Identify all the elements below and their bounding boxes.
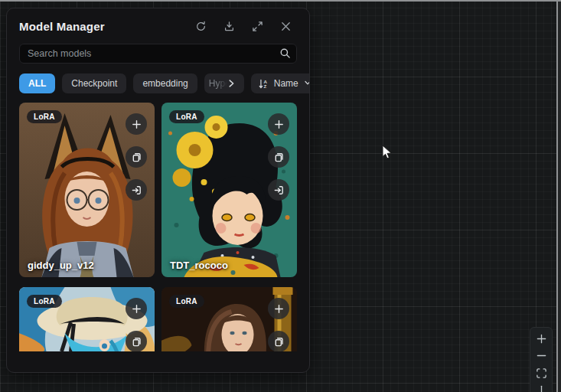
app-window: { "window": { "title": "Model Manager" }… (0, 0, 561, 392)
import-icon (273, 185, 285, 196)
window-border-top (0, 0, 561, 2)
model-card-grid[interactable]: LoRA giddy_up_v12 (19, 103, 297, 351)
partial-icon (536, 384, 547, 392)
zoom-in-button[interactable] (530, 330, 553, 348)
plus-icon (536, 333, 547, 345)
filter-chip-row: ALL Checkpoint embedding Hype A Z Name (19, 74, 297, 93)
model-type-badge: LoRA (169, 295, 204, 308)
card-action-buttons (268, 298, 289, 351)
canvas-zoom-toolbar (530, 327, 553, 392)
fit-view-button[interactable] (530, 364, 553, 382)
import-model-button[interactable] (126, 179, 147, 201)
model-manager-panel: Model Manager ALL Checkpoint embedding (6, 8, 310, 373)
model-card-4[interactable]: LoRA (161, 287, 297, 351)
card-action-buttons (268, 113, 289, 201)
model-type-badge: LoRA (27, 295, 62, 308)
plus-icon (131, 303, 142, 315)
filter-chip-embedding[interactable]: embedding (133, 74, 197, 93)
add-model-button[interactable] (268, 298, 289, 319)
copy-model-button[interactable] (268, 331, 289, 351)
filter-chip-hypernetwork[interactable]: Hype (204, 74, 244, 93)
panel-header: Model Manager (7, 8, 309, 33)
model-type-badge: LoRA (169, 110, 204, 123)
fit-view-icon (536, 368, 547, 379)
chevron-down-icon (303, 77, 310, 90)
sort-alpha-down-icon: A Z (258, 78, 269, 90)
mouse-cursor (382, 145, 393, 160)
copy-model-button[interactable] (126, 331, 147, 351)
add-model-button[interactable] (126, 113, 147, 135)
refresh-icon[interactable] (195, 21, 207, 32)
sort-label: Name (274, 78, 298, 89)
minus-icon (536, 350, 547, 361)
add-model-button[interactable] (268, 113, 289, 135)
chevron-right-icon[interactable] (226, 78, 236, 89)
add-model-button[interactable] (126, 298, 147, 319)
download-icon[interactable] (223, 21, 235, 32)
card-action-buttons (126, 298, 147, 351)
search-bar (19, 44, 297, 64)
sort-dropdown[interactable]: A Z Name (251, 74, 310, 93)
filter-chip-all[interactable]: ALL (19, 74, 55, 93)
window-border-right (556, 0, 558, 392)
card-action-buttons (126, 113, 147, 201)
import-model-button[interactable] (268, 179, 289, 201)
panel-header-actions (195, 21, 297, 32)
copy-icon (273, 152, 285, 163)
plus-icon (273, 303, 285, 315)
model-type-badge: LoRA (27, 110, 62, 123)
copy-icon (273, 336, 285, 348)
model-card-giddy-up[interactable]: LoRA giddy_up_v12 (19, 103, 155, 277)
window-edge-strip (558, 0, 561, 392)
model-card-3[interactable]: LoRA (19, 287, 155, 351)
filter-chip-checkpoint[interactable]: Checkpoint (62, 74, 126, 93)
copy-model-button[interactable] (268, 146, 289, 168)
copy-icon (131, 336, 142, 348)
extra-canvas-button[interactable] (530, 382, 553, 392)
plus-icon (131, 119, 142, 130)
copy-icon (131, 152, 142, 163)
search-icon[interactable] (279, 47, 291, 59)
zoom-out-button[interactable] (530, 348, 553, 365)
close-icon[interactable] (280, 21, 292, 32)
panel-title: Model Manager (19, 20, 105, 33)
expand-icon[interactable] (252, 21, 263, 32)
copy-model-button[interactable] (126, 146, 147, 168)
model-name: TDT_rococo (170, 260, 228, 271)
search-input[interactable] (19, 44, 297, 64)
model-card-tdt-rococo[interactable]: LoRA TDT_rococo (161, 103, 297, 277)
svg-text:Z: Z (263, 83, 266, 89)
import-icon (131, 185, 142, 196)
model-name: giddy_up_v12 (28, 260, 94, 271)
plus-icon (273, 119, 285, 130)
